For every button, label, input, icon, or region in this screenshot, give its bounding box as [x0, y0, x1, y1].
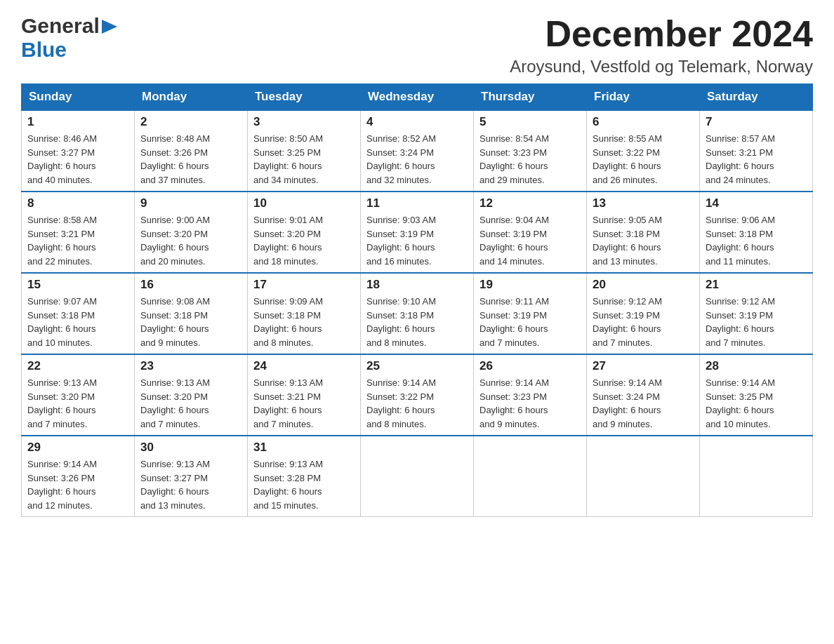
day-number: 1	[27, 115, 128, 129]
day-number: 18	[366, 278, 468, 292]
calendar-cell: 24Sunrise: 9:13 AM Sunset: 3:21 PM Dayli…	[248, 354, 361, 436]
logo-arrow-icon	[102, 20, 117, 34]
calendar-cell: 7Sunrise: 8:57 AM Sunset: 3:21 PM Daylig…	[700, 110, 813, 192]
day-info: Sunrise: 9:12 AM Sunset: 3:19 PM Dayligh…	[593, 295, 694, 349]
day-number: 27	[593, 359, 694, 373]
day-info: Sunrise: 9:13 AM Sunset: 3:27 PM Dayligh…	[140, 457, 241, 512]
day-number: 21	[706, 278, 807, 292]
day-info: Sunrise: 9:03 AM Sunset: 3:19 PM Dayligh…	[366, 213, 468, 268]
calendar-table: SundayMondayTuesdayWednesdayThursdayFrid…	[21, 83, 813, 517]
day-info: Sunrise: 9:06 AM Sunset: 3:18 PM Dayligh…	[706, 213, 807, 268]
calendar-cell	[587, 436, 700, 517]
calendar-cell: 10Sunrise: 9:01 AM Sunset: 3:20 PM Dayli…	[248, 192, 361, 273]
calendar-cell: 19Sunrise: 9:11 AM Sunset: 3:19 PM Dayli…	[474, 273, 587, 354]
calendar-cell: 28Sunrise: 9:14 AM Sunset: 3:25 PM Dayli…	[700, 354, 813, 436]
day-info: Sunrise: 8:52 AM Sunset: 3:24 PM Dayligh…	[366, 132, 468, 187]
weekday-header-monday: Monday	[135, 84, 248, 111]
calendar-cell: 26Sunrise: 9:14 AM Sunset: 3:23 PM Dayli…	[474, 354, 587, 436]
day-info: Sunrise: 9:12 AM Sunset: 3:19 PM Dayligh…	[706, 295, 807, 349]
day-number: 12	[479, 196, 581, 210]
svg-marker-0	[102, 20, 117, 34]
calendar-cell: 12Sunrise: 9:04 AM Sunset: 3:19 PM Dayli…	[474, 192, 587, 273]
calendar-title: December 2024	[510, 14, 813, 54]
day-number: 29	[27, 441, 128, 455]
calendar-cell: 16Sunrise: 9:08 AM Sunset: 3:18 PM Dayli…	[135, 273, 248, 354]
header: General Blue December 2024 Aroysund, Ves…	[21, 14, 813, 76]
calendar-cell: 9Sunrise: 9:00 AM Sunset: 3:20 PM Daylig…	[135, 192, 248, 273]
day-info: Sunrise: 9:00 AM Sunset: 3:20 PM Dayligh…	[140, 213, 241, 268]
calendar-cell: 22Sunrise: 9:13 AM Sunset: 3:20 PM Dayli…	[22, 354, 135, 436]
day-number: 14	[706, 196, 807, 210]
day-info: Sunrise: 8:57 AM Sunset: 3:21 PM Dayligh…	[706, 132, 807, 187]
day-number: 31	[253, 441, 355, 455]
weekday-header-row: SundayMondayTuesdayWednesdayThursdayFrid…	[22, 84, 813, 111]
day-number: 6	[593, 115, 694, 129]
calendar-cell: 2Sunrise: 8:48 AM Sunset: 3:26 PM Daylig…	[135, 110, 248, 192]
weekday-header-thursday: Thursday	[474, 84, 587, 111]
calendar-cell: 27Sunrise: 9:14 AM Sunset: 3:24 PM Dayli…	[587, 354, 700, 436]
calendar-cell	[361, 436, 474, 517]
calendar-cell: 20Sunrise: 9:12 AM Sunset: 3:19 PM Dayli…	[587, 273, 700, 354]
calendar-cell: 5Sunrise: 8:54 AM Sunset: 3:23 PM Daylig…	[474, 110, 587, 192]
calendar-cell: 30Sunrise: 9:13 AM Sunset: 3:27 PM Dayli…	[135, 436, 248, 517]
day-info: Sunrise: 9:07 AM Sunset: 3:18 PM Dayligh…	[27, 295, 128, 349]
calendar-cell: 31Sunrise: 9:13 AM Sunset: 3:28 PM Dayli…	[248, 436, 361, 517]
calendar-cell: 18Sunrise: 9:10 AM Sunset: 3:18 PM Dayli…	[361, 273, 474, 354]
day-number: 5	[479, 115, 581, 129]
week-row-3: 15Sunrise: 9:07 AM Sunset: 3:18 PM Dayli…	[22, 273, 813, 354]
day-info: Sunrise: 9:09 AM Sunset: 3:18 PM Dayligh…	[253, 295, 355, 349]
day-info: Sunrise: 8:50 AM Sunset: 3:25 PM Dayligh…	[253, 132, 355, 187]
title-area: December 2024 Aroysund, Vestfold og Tele…	[510, 14, 813, 76]
weekday-header-friday: Friday	[587, 84, 700, 111]
day-info: Sunrise: 9:11 AM Sunset: 3:19 PM Dayligh…	[479, 295, 581, 349]
day-number: 20	[593, 278, 694, 292]
week-row-5: 29Sunrise: 9:14 AM Sunset: 3:26 PM Dayli…	[22, 436, 813, 517]
day-info: Sunrise: 8:58 AM Sunset: 3:21 PM Dayligh…	[27, 213, 128, 268]
calendar-cell: 3Sunrise: 8:50 AM Sunset: 3:25 PM Daylig…	[248, 110, 361, 192]
day-number: 19	[479, 278, 581, 292]
day-info: Sunrise: 9:14 AM Sunset: 3:25 PM Dayligh…	[706, 376, 807, 431]
day-info: Sunrise: 9:05 AM Sunset: 3:18 PM Dayligh…	[593, 213, 694, 268]
week-row-1: 1Sunrise: 8:46 AM Sunset: 3:27 PM Daylig…	[22, 110, 813, 192]
day-number: 22	[27, 359, 128, 373]
week-row-4: 22Sunrise: 9:13 AM Sunset: 3:20 PM Dayli…	[22, 354, 813, 436]
day-info: Sunrise: 9:10 AM Sunset: 3:18 PM Dayligh…	[366, 295, 468, 349]
calendar-cell: 11Sunrise: 9:03 AM Sunset: 3:19 PM Dayli…	[361, 192, 474, 273]
logo: General Blue	[21, 14, 117, 62]
day-info: Sunrise: 9:04 AM Sunset: 3:19 PM Dayligh…	[479, 213, 581, 268]
day-info: Sunrise: 9:14 AM Sunset: 3:24 PM Dayligh…	[593, 376, 694, 431]
weekday-header-wednesday: Wednesday	[361, 84, 474, 111]
day-info: Sunrise: 8:55 AM Sunset: 3:22 PM Dayligh…	[593, 132, 694, 187]
day-info: Sunrise: 9:01 AM Sunset: 3:20 PM Dayligh…	[253, 213, 355, 268]
day-info: Sunrise: 8:46 AM Sunset: 3:27 PM Dayligh…	[27, 132, 128, 187]
day-number: 11	[366, 196, 468, 210]
logo-blue: Blue	[21, 38, 67, 62]
day-number: 13	[593, 196, 694, 210]
calendar-cell: 1Sunrise: 8:46 AM Sunset: 3:27 PM Daylig…	[22, 110, 135, 192]
day-number: 9	[140, 196, 241, 210]
calendar-cell: 8Sunrise: 8:58 AM Sunset: 3:21 PM Daylig…	[22, 192, 135, 273]
day-number: 23	[140, 359, 241, 373]
day-info: Sunrise: 9:13 AM Sunset: 3:21 PM Dayligh…	[253, 376, 355, 431]
day-info: Sunrise: 9:13 AM Sunset: 3:20 PM Dayligh…	[27, 376, 128, 431]
day-number: 25	[366, 359, 468, 373]
day-number: 30	[140, 441, 241, 455]
day-info: Sunrise: 8:54 AM Sunset: 3:23 PM Dayligh…	[479, 132, 581, 187]
day-number: 28	[706, 359, 807, 373]
day-info: Sunrise: 9:08 AM Sunset: 3:18 PM Dayligh…	[140, 295, 241, 349]
day-info: Sunrise: 8:48 AM Sunset: 3:26 PM Dayligh…	[140, 132, 241, 187]
calendar-cell: 23Sunrise: 9:13 AM Sunset: 3:20 PM Dayli…	[135, 354, 248, 436]
week-row-2: 8Sunrise: 8:58 AM Sunset: 3:21 PM Daylig…	[22, 192, 813, 273]
calendar-cell: 13Sunrise: 9:05 AM Sunset: 3:18 PM Dayli…	[587, 192, 700, 273]
day-number: 16	[140, 278, 241, 292]
weekday-header-sunday: Sunday	[22, 84, 135, 111]
day-number: 10	[253, 196, 355, 210]
day-number: 26	[479, 359, 581, 373]
day-number: 7	[706, 115, 807, 129]
calendar-subtitle: Aroysund, Vestfold og Telemark, Norway	[510, 57, 813, 76]
day-number: 24	[253, 359, 355, 373]
calendar-cell: 6Sunrise: 8:55 AM Sunset: 3:22 PM Daylig…	[587, 110, 700, 192]
calendar-cell: 15Sunrise: 9:07 AM Sunset: 3:18 PM Dayli…	[22, 273, 135, 354]
calendar-cell: 4Sunrise: 8:52 AM Sunset: 3:24 PM Daylig…	[361, 110, 474, 192]
day-info: Sunrise: 9:14 AM Sunset: 3:26 PM Dayligh…	[27, 457, 128, 512]
